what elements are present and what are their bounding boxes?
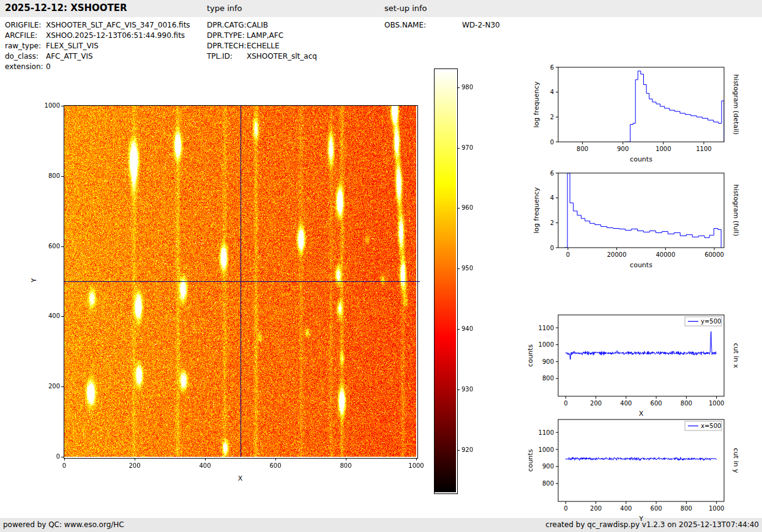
x-tick-label: 60000 xyxy=(704,251,724,258)
y-tick-label: 800 xyxy=(35,172,60,180)
plot-ylabel: log frequency xyxy=(532,187,540,234)
y-tick-label: 4 xyxy=(550,89,554,95)
info-value: ECHELLE xyxy=(247,42,280,50)
y-tick-label: 2 xyxy=(550,220,554,226)
colorbar-tick xyxy=(457,148,460,149)
info-row-obs-name: OBS.NAME:WD-2-N30 xyxy=(384,20,500,31)
x-tick-label: 0 xyxy=(564,505,567,512)
y-tick xyxy=(61,316,64,317)
x-tick-label: 400 xyxy=(620,505,632,512)
colorbar-tick-label: 950 xyxy=(461,264,480,273)
x-tick-label: 800 xyxy=(334,462,358,470)
info-row-dpr-type: DPR.TYPE:LAMP,AFC xyxy=(207,31,317,41)
info-value: AFC_ATT_VIS xyxy=(46,52,93,61)
x-tick xyxy=(205,458,206,460)
x-tick-label: 600 xyxy=(263,462,288,470)
y-tick-label: 4 xyxy=(550,194,554,201)
x-tick-label: 800 xyxy=(577,146,588,152)
plot-cut-x: 0200400600800100080090010001100Xcountscu… xyxy=(517,309,762,428)
legend-label: x=500 xyxy=(701,423,721,429)
info-row-dpr-catg: DPR.CATG:CALIB xyxy=(207,20,317,31)
info-label: DPR.TECH: xyxy=(207,41,247,51)
x-tick-label: 1100 xyxy=(696,146,711,152)
x-tick-label: 1000 xyxy=(656,146,671,152)
colorbar-tick-label: 930 xyxy=(461,385,480,394)
plot-hist-detail: 800900100011000246countslog frequencyhis… xyxy=(517,61,762,177)
info-row-tpl-id: TPL.ID:XSHOOTER_slt_acq xyxy=(207,51,317,62)
y-tick-label: 800 xyxy=(542,480,554,487)
y-tick-label: 900 xyxy=(542,463,554,470)
x-tick-label: 1000 xyxy=(709,400,724,407)
y-tick-label: 1000 xyxy=(35,102,60,110)
colorbar-canvas xyxy=(435,69,456,492)
y-tick xyxy=(61,176,64,177)
dpr-info-column: DPR.CATG:CALIB DPR.TYPE:LAMP,AFC DPR.TEC… xyxy=(207,20,317,62)
info-row-extension: extension:0 xyxy=(5,62,190,72)
x-tick-label: 600 xyxy=(651,505,662,512)
plot-ylabel: counts xyxy=(526,344,534,367)
x-tick-label: 900 xyxy=(617,146,629,152)
y-tick-label: 1000 xyxy=(539,446,554,453)
colorbar-tick-label: 940 xyxy=(461,325,480,333)
info-label: ARCFILE: xyxy=(5,31,46,41)
y-tick-label: 200 xyxy=(35,382,60,391)
colorbar-tick xyxy=(457,329,460,330)
colorbar-tick xyxy=(457,390,460,390)
y-tick-label: 0 xyxy=(550,139,554,146)
footer-left: powered by QC: www.eso.org/HC xyxy=(3,518,124,532)
plot-side-label: cut in y xyxy=(732,448,740,473)
x-tick xyxy=(64,458,65,460)
info-row-arcfile: ARCFILE:XSHOO.2025-12-13T06:51:44.990.fi… xyxy=(5,31,190,41)
info-label: ORIGFILE: xyxy=(5,20,46,31)
image-axes xyxy=(64,105,418,459)
plot-ylabel: log frequency xyxy=(532,81,540,128)
colorbar-tick xyxy=(457,268,460,269)
y-tick-label: 400 xyxy=(35,312,60,320)
colorbar-tick xyxy=(457,87,460,88)
info-value: XSHOOTER_SLT_AFC_VIS_347_0016.fits xyxy=(46,21,190,29)
x-tick-label: 0 xyxy=(52,462,77,470)
y-tick-label: 900 xyxy=(542,358,554,365)
y-tick xyxy=(61,106,64,106)
colorbar-tick xyxy=(457,208,460,209)
x-tick-label: 800 xyxy=(681,505,692,512)
y-tick-label: 600 xyxy=(35,242,60,251)
x-tick-label: 400 xyxy=(193,462,217,470)
legend-label: y=500 xyxy=(701,318,721,325)
y-tick-label: 0 xyxy=(550,245,554,251)
info-row-do-class: do_class:AFC_ATT_VIS xyxy=(5,51,190,62)
x-tick-label: 200 xyxy=(122,462,147,470)
info-value: WD-2-N30 xyxy=(462,21,500,29)
plot-hist-full: 02000040000600000246countslog frequencyh… xyxy=(517,167,762,283)
page-title: 2025-12-12: XSHOOTER xyxy=(5,2,127,13)
info-label: extension: xyxy=(5,62,46,72)
y-tick-label: 800 xyxy=(542,375,554,382)
title-bar: 2025-12-12: XSHOOTER type info set-up in… xyxy=(0,0,762,17)
y-tick-label: 2 xyxy=(550,114,554,120)
file-info-column: ORIGFILE:XSHOOTER_SLT_AFC_VIS_347_0016.f… xyxy=(5,20,190,72)
info-label: raw_type: xyxy=(5,41,46,51)
image-xlabel: X xyxy=(64,475,416,482)
image-ylabel: Y xyxy=(30,278,38,283)
obs-info-column: OBS.NAME:WD-2-N30 xyxy=(384,20,500,31)
plot-xlabel: Y xyxy=(638,515,643,523)
info-label: DPR.CATG: xyxy=(207,20,247,31)
colorbar-tick-label: 980 xyxy=(461,83,480,92)
info-label: TPL.ID: xyxy=(207,51,247,62)
y-tick-label: 6 xyxy=(550,170,554,177)
y-tick-label: 1000 xyxy=(539,341,554,348)
colorbar-tick xyxy=(457,450,460,451)
plot-side-label: histogram (full) xyxy=(732,185,740,237)
plot-side-label: histogram (detail) xyxy=(732,75,740,135)
info-value: XSHOOTER_slt_acq xyxy=(247,52,317,61)
y-tick xyxy=(61,246,64,247)
x-tick-label: 40000 xyxy=(656,251,675,258)
type-info-heading: type info xyxy=(207,4,242,13)
info-label: do_class: xyxy=(5,51,46,62)
x-tick-label: 1000 xyxy=(404,462,428,470)
info-row-raw-type: raw_type:FLEX_SLIT_VIS xyxy=(5,41,190,51)
y-tick-label: 1100 xyxy=(539,325,554,331)
info-row-origfile: ORIGFILE:XSHOOTER_SLT_AFC_VIS_347_0016.f… xyxy=(5,20,190,31)
colorbar xyxy=(434,68,458,494)
plot-cut-y: 0200400600800100080090010001100Ycountscu… xyxy=(517,413,762,532)
